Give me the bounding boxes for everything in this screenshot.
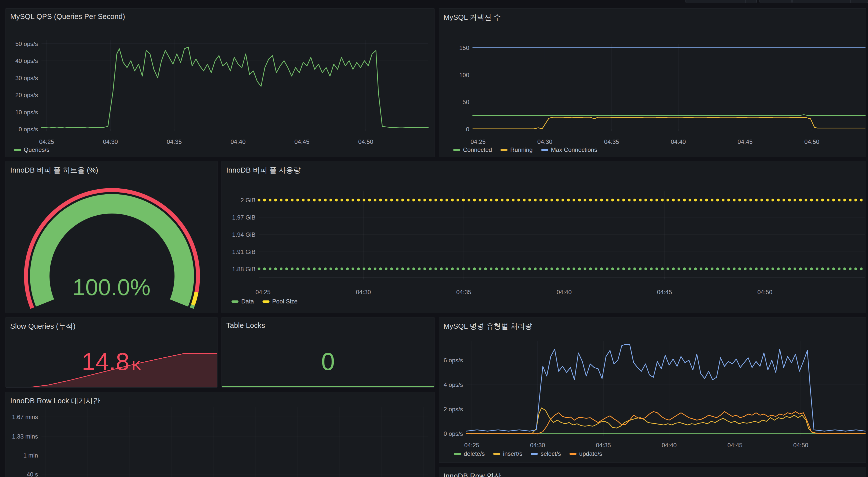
legend-color-swatch (493, 453, 500, 455)
svg-text:0: 0 (466, 126, 469, 133)
commands-legend: delete/sinsert/sselect/supdate/s (454, 450, 602, 457)
stat-suffix: K (132, 357, 141, 373)
panel-title[interactable]: Slow Queries (누적) (10, 321, 75, 331)
svg-text:50: 50 (463, 99, 469, 105)
legend-label: Max Connections (551, 146, 597, 154)
legend-color-swatch (453, 149, 460, 151)
legend-item-max-connections[interactable]: Max Connections (541, 146, 597, 154)
legend-item-insert-s[interactable]: insert/s (493, 450, 522, 457)
panel-buffer-pool-usage: InnoDB 버퍼 풀 사용량 1.88 GiB1.91 GiB1.94 GiB… (221, 161, 866, 313)
connections-legend: ConnectedRunningMax Connections (453, 146, 597, 154)
legend-item-connected[interactable]: Connected (453, 146, 492, 154)
legend-color-swatch (541, 149, 548, 151)
svg-text:0 ops/s: 0 ops/s (444, 430, 463, 437)
toolbar-refresh-fragment[interactable] (792, 0, 868, 3)
svg-text:04:30: 04:30 (537, 138, 552, 145)
panel-table-locks: Table Locks 0 (221, 317, 434, 387)
svg-text:2 GiB: 2 GiB (241, 197, 255, 204)
legend-label: update/s (579, 450, 602, 457)
panel-title[interactable]: Table Locks (226, 321, 265, 330)
legend-item-update-s[interactable]: update/s (569, 450, 602, 457)
svg-text:1 min: 1 min (23, 452, 38, 459)
svg-text:04:35: 04:35 (604, 138, 619, 145)
legend-item-queries-s[interactable]: Queries/s (14, 146, 50, 154)
svg-text:04:30: 04:30 (356, 289, 371, 296)
svg-text:04:25: 04:25 (39, 138, 54, 145)
legend-color-swatch (569, 453, 577, 455)
stat-value-wrap: 0 (222, 349, 434, 374)
legend-label: insert/s (503, 450, 522, 457)
legend-item-data[interactable]: Data (231, 298, 254, 305)
panel-title[interactable]: MySQL 커넥션 수 (443, 12, 501, 23)
legend-label: delete/s (464, 450, 485, 457)
buffer-usage-chart[interactable]: 1.88 GiB1.91 GiB1.94 GiB1.97 GiB2 GiB04:… (222, 161, 866, 313)
panel-mysql-commands: MySQL 명령 유형별 처리량 0 ops/s2 ops/s4 ops/s6 … (439, 317, 866, 463)
legend-item-select-s[interactable]: select/s (531, 450, 561, 457)
svg-text:04:30: 04:30 (530, 442, 545, 448)
panel-title[interactable]: MySQL QPS (Queries Per Second) (10, 12, 125, 21)
svg-text:20 ops/s: 20 ops/s (15, 92, 38, 98)
svg-text:0 ops/s: 0 ops/s (19, 126, 38, 133)
svg-text:04:45: 04:45 (738, 138, 752, 145)
svg-text:1.94 GiB: 1.94 GiB (232, 231, 255, 238)
qps-legend: Queries/s (14, 146, 50, 154)
buffer-usage-legend: DataPool Size (231, 298, 298, 305)
svg-text:04:30: 04:30 (103, 138, 118, 145)
legend-color-swatch (531, 453, 538, 455)
svg-text:1.91 GiB: 1.91 GiB (232, 248, 255, 255)
toolbar-time-picker-fragment[interactable] (685, 0, 757, 3)
svg-text:04:40: 04:40 (662, 442, 677, 448)
legend-color-swatch (14, 149, 21, 151)
svg-text:04:35: 04:35 (456, 289, 471, 296)
legend-label: Data (241, 298, 254, 305)
svg-text:50 ops/s: 50 ops/s (15, 40, 38, 47)
panel-innodb-row-ops: InnoDB Row 연산 (439, 467, 866, 477)
panel-row-lock-wait: InnoDB Row Lock 대기시간 40 s1 min1.33 mins1… (5, 392, 434, 477)
legend-item-running[interactable]: Running (500, 146, 532, 154)
panel-buffer-pool-hit-ratio: InnoDB 버퍼 풀 히트율 (%) 100.0% (5, 161, 217, 313)
legend-label: Running (510, 146, 532, 154)
toolbar-zoom-out-fragment[interactable] (760, 0, 792, 3)
svg-text:04:45: 04:45 (727, 442, 743, 448)
svg-text:40 ops/s: 40 ops/s (15, 58, 38, 64)
svg-text:1.33 mins: 1.33 mins (12, 433, 38, 440)
panel-title[interactable]: InnoDB 버퍼 풀 히트율 (%) (10, 165, 98, 175)
svg-text:04:50: 04:50 (804, 138, 819, 145)
svg-text:6 ops/s: 6 ops/s (444, 357, 463, 364)
legend-color-swatch (500, 149, 507, 151)
svg-text:04:50: 04:50 (793, 442, 808, 448)
commands-chart[interactable]: 0 ops/s2 ops/s4 ops/s6 ops/s04:2504:3004… (439, 317, 866, 463)
svg-text:1.67 mins: 1.67 mins (12, 414, 38, 420)
svg-text:04:40: 04:40 (230, 138, 246, 145)
svg-text:4 ops/s: 4 ops/s (444, 381, 463, 388)
stat-value: 0 (321, 349, 335, 374)
svg-text:04:40: 04:40 (557, 289, 571, 296)
legend-label: Pool Size (272, 298, 298, 305)
legend-label: Connected (463, 146, 492, 154)
svg-text:150: 150 (459, 44, 469, 51)
legend-label: select/s (540, 450, 561, 457)
toolbar-divider (850, 0, 850, 3)
legend-item-delete-s[interactable]: delete/s (454, 450, 485, 457)
svg-text:04:35: 04:35 (167, 138, 182, 145)
legend-label: Queries/s (24, 146, 50, 154)
legend-item-pool-size[interactable]: Pool Size (262, 298, 298, 305)
svg-text:100: 100 (459, 72, 469, 78)
svg-text:10 ops/s: 10 ops/s (15, 109, 38, 115)
svg-text:1.88 GiB: 1.88 GiB (232, 266, 255, 272)
gauge-value: 100.0% (6, 276, 217, 299)
qps-chart[interactable]: 0 ops/s10 ops/s20 ops/s30 ops/s40 ops/s5… (6, 8, 434, 157)
panel-title[interactable]: MySQL 명령 유형별 처리량 (443, 321, 532, 331)
svg-text:04:40: 04:40 (671, 138, 686, 145)
svg-text:04:25: 04:25 (464, 442, 479, 448)
svg-text:30 ops/s: 30 ops/s (15, 75, 38, 81)
svg-text:04:25: 04:25 (470, 138, 486, 145)
panel-title[interactable]: InnoDB Row 연산 (443, 471, 501, 477)
stat-value-wrap: 14.8 K (6, 349, 217, 374)
stat-value: 14.8 (82, 349, 129, 374)
svg-text:04:45: 04:45 (657, 289, 672, 296)
panel-title[interactable]: InnoDB 버퍼 풀 사용량 (226, 165, 301, 175)
connections-chart[interactable]: 05010015004:2504:3004:3504:4004:4504:50 (439, 8, 866, 157)
panel-title[interactable]: InnoDB Row Lock 대기시간 (10, 396, 100, 406)
panel-mysql-connections: MySQL 커넥션 수 05010015004:2504:3004:3504:4… (439, 8, 866, 157)
